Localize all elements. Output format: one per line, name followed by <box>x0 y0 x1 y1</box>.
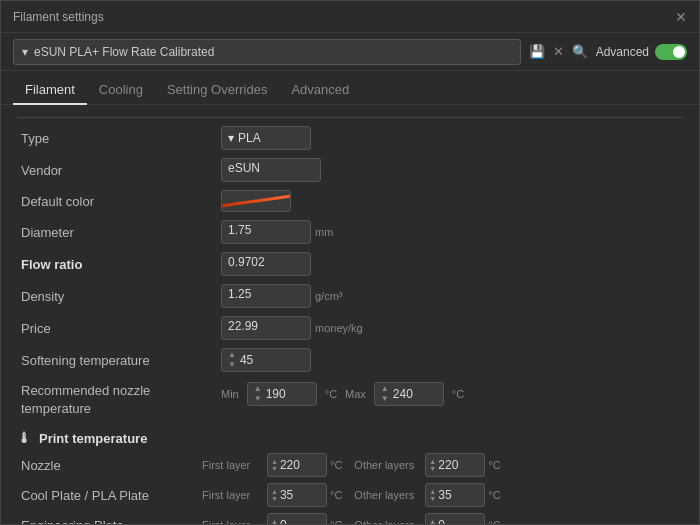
color-swatch-line <box>222 195 290 207</box>
nozzle-max-label: Max <box>345 388 366 400</box>
nozzle-min-label: Min <box>221 388 239 400</box>
other-layers-down-1[interactable]: ▼ <box>429 495 436 502</box>
softening-temp-spinner[interactable]: ▲ ▼ <box>226 350 238 370</box>
other-layers-up-1[interactable]: ▲ <box>429 488 436 495</box>
first-layer-down-1[interactable]: ▼ <box>271 495 278 502</box>
nozzle-min-input[interactable]: ▲ ▼ 190 <box>247 382 317 406</box>
vendor-label: Vendor <box>21 163 221 178</box>
first-layer-label-0: First layer <box>202 459 264 471</box>
nozzle-temp-row: Recommended nozzle temperature Min ▲ ▼ 1… <box>1 376 699 422</box>
diameter-input[interactable]: 1.75 <box>221 220 311 244</box>
first-layer-up-0[interactable]: ▲ <box>271 458 278 465</box>
first-layer-up-2[interactable]: ▲ <box>271 518 278 524</box>
other-layers-spinner-2[interactable]: ▲ ▼ <box>429 518 436 524</box>
other-layers-spinner-1[interactable]: ▲ ▼ <box>429 488 436 502</box>
first-layer-input-2[interactable]: ▲ ▼ 0 <box>267 513 327 524</box>
other-layers-down-0[interactable]: ▼ <box>429 465 436 472</box>
save-icon[interactable]: 💾 <box>529 44 545 59</box>
diameter-label: Diameter <box>21 225 221 240</box>
nozzle-min-down[interactable]: ▼ <box>252 394 264 404</box>
other-layers-group-1: Other layers ▲ ▼ 35 °C <box>354 483 500 507</box>
other-layers-input-1[interactable]: ▲ ▼ 35 <box>425 483 485 507</box>
first-layer-unit-0: °C <box>330 459 342 471</box>
other-layers-input-2[interactable]: ▲ ▼ 0 <box>425 513 485 524</box>
default-color-label: Default color <box>21 194 221 209</box>
first-layer-up-1[interactable]: ▲ <box>271 488 278 495</box>
nozzle-max-input[interactable]: ▲ ▼ 240 <box>374 382 444 406</box>
print-temp-row-1: Cool Plate / PLA Plate First layer ▲ ▼ 3… <box>1 480 699 510</box>
first-layer-input-0[interactable]: ▲ ▼ 220 <box>267 453 327 477</box>
first-layer-spinner-0[interactable]: ▲ ▼ <box>271 458 278 472</box>
density-row: Density 1.25 g/cm³ <box>1 280 699 312</box>
other-layers-label-1: Other layers <box>354 489 422 501</box>
type-label: Type <box>21 131 221 146</box>
titlebar: Filament settings ✕ <box>1 1 699 33</box>
other-layers-input-0[interactable]: ▲ ▼ 220 <box>425 453 485 477</box>
density-control: 1.25 g/cm³ <box>221 284 343 308</box>
default-color-control <box>221 190 291 212</box>
softening-temp-row: Softening temperature ▲ ▼ 45 <box>1 344 699 376</box>
other-layers-spinner-0[interactable]: ▲ ▼ <box>429 458 436 472</box>
thermometer-icon: 🌡 <box>17 430 31 446</box>
main-content: Type ▾ PLA Vendor eSUN Default color <box>1 105 699 524</box>
preset-selector[interactable]: ▾ eSUN PLA+ Flow Rate Calibrated <box>13 39 521 65</box>
softening-temp-control: ▲ ▼ 45 <box>221 348 311 372</box>
print-temp-row-label-2: Engineering Plate <box>21 518 196 524</box>
search-icon[interactable]: 🔍 <box>572 44 588 59</box>
advanced-toggle-switch[interactable] <box>655 44 687 60</box>
diameter-unit: mm <box>315 226 333 238</box>
filament-settings-window: Filament settings ✕ ▾ eSUN PLA+ Flow Rat… <box>0 0 700 525</box>
softening-temp-down[interactable]: ▼ <box>226 360 238 370</box>
first-layer-unit-1: °C <box>330 489 342 501</box>
nozzle-temp-control: Min ▲ ▼ 190 °C Max ▲ ▼ 240 ° <box>221 382 464 406</box>
type-select[interactable]: ▾ PLA <box>221 126 311 150</box>
other-layers-group-2: Other layers ▲ ▼ 0 °C <box>354 513 500 524</box>
advanced-toggle-group: Advanced <box>596 44 687 60</box>
first-layer-spinner-1[interactable]: ▲ ▼ <box>271 488 278 502</box>
type-control: ▾ PLA <box>221 126 311 150</box>
tabs-bar: Filament Cooling Setting Overrides Advan… <box>1 71 699 105</box>
flow-ratio-input[interactable]: 0.9702 <box>221 252 311 276</box>
nozzle-min-up[interactable]: ▲ <box>252 384 264 394</box>
tab-filament[interactable]: Filament <box>13 76 87 105</box>
preset-name: eSUN PLA+ Flow Rate Calibrated <box>34 45 214 59</box>
first-layer-down-0[interactable]: ▼ <box>271 465 278 472</box>
first-layer-group-1: First layer ▲ ▼ 35 °C <box>202 483 342 507</box>
nozzle-min-spinner[interactable]: ▲ ▼ <box>252 384 264 404</box>
other-layers-label-0: Other layers <box>354 459 422 471</box>
softening-temp-input[interactable]: ▲ ▼ 45 <box>221 348 311 372</box>
flow-ratio-value: 0.9702 <box>228 255 265 269</box>
top-divider <box>17 117 683 118</box>
toolbar-icons: 💾 ✕ 🔍 <box>529 44 588 59</box>
diameter-control: 1.75 mm <box>221 220 333 244</box>
nozzle-min-unit: °C <box>325 388 337 400</box>
close-button[interactable]: ✕ <box>675 9 687 25</box>
other-layers-up-0[interactable]: ▲ <box>429 458 436 465</box>
first-layer-spinner-2[interactable]: ▲ ▼ <box>271 518 278 524</box>
density-input[interactable]: 1.25 <box>221 284 311 308</box>
price-input[interactable]: 22.99 <box>221 316 311 340</box>
price-value: 22.99 <box>228 319 258 333</box>
first-layer-label-1: First layer <box>202 489 264 501</box>
color-swatch[interactable] <box>221 190 291 212</box>
tab-advanced[interactable]: Advanced <box>279 76 361 105</box>
other-layers-unit-2: °C <box>488 519 500 524</box>
type-row: Type ▾ PLA <box>1 122 699 154</box>
print-temp-rows: Nozzle First layer ▲ ▼ 220 °C Other laye… <box>1 450 699 524</box>
density-label: Density <box>21 289 221 304</box>
nozzle-max-up[interactable]: ▲ <box>379 384 391 394</box>
other-layers-value-1: 35 <box>438 488 451 502</box>
first-layer-input-1[interactable]: ▲ ▼ 35 <box>267 483 327 507</box>
nozzle-max-value: 240 <box>393 387 413 401</box>
tab-setting-overrides[interactable]: Setting Overrides <box>155 76 279 105</box>
other-layers-up-2[interactable]: ▲ <box>429 518 436 524</box>
other-layers-group-0: Other layers ▲ ▼ 220 °C <box>354 453 500 477</box>
tab-cooling[interactable]: Cooling <box>87 76 155 105</box>
vendor-input[interactable]: eSUN <box>221 158 321 182</box>
delete-icon[interactable]: ✕ <box>553 44 564 59</box>
nozzle-max-spinner[interactable]: ▲ ▼ <box>379 384 391 404</box>
softening-temp-up[interactable]: ▲ <box>226 350 238 360</box>
price-control: 22.99 money/kg <box>221 316 363 340</box>
price-row: Price 22.99 money/kg <box>1 312 699 344</box>
nozzle-max-down[interactable]: ▼ <box>379 394 391 404</box>
